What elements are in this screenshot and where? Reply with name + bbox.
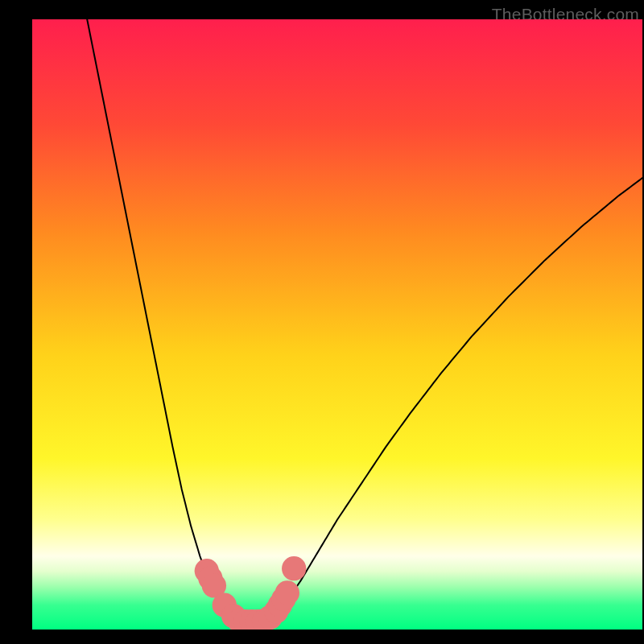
plot-area [32, 19, 642, 630]
gradient-background [32, 19, 642, 630]
chart-frame: TheBottleneck.com [0, 0, 644, 644]
bottleneck-chart [32, 19, 642, 630]
marker-dot [282, 556, 306, 580]
marker-dot [275, 580, 299, 605]
